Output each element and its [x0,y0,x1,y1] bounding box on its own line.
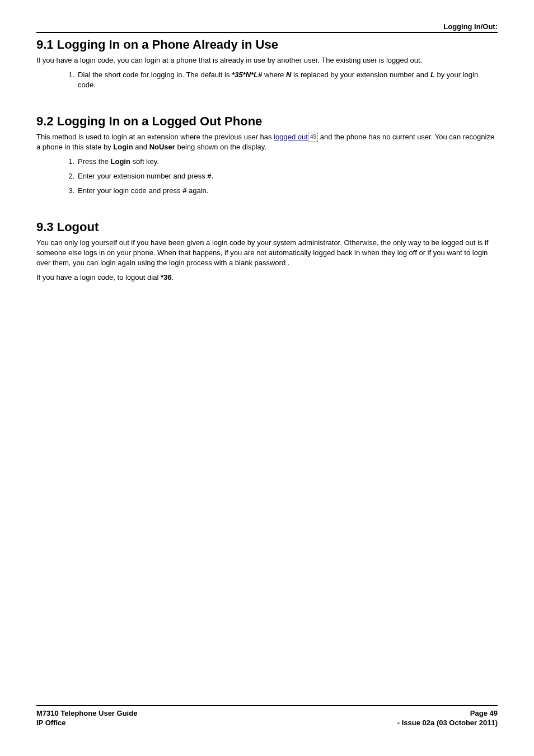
page-footer: M7310 Telephone User Guide Page 49 IP Of… [36,705,498,728]
section-9-3-para-1: You can only log yourself out if you hav… [36,238,498,269]
section-9-1-step-1: Dial the short code for logging in. The … [77,70,498,90]
text: Enter your extension number and press [78,172,207,180]
text: Dial the short code for logging in. The … [78,71,232,79]
header-breadcrumb: Logging In/Out: [36,22,498,33]
nouser-label: NoUser [149,143,175,151]
section-9-2-intro: This method is used to login at an exten… [36,132,498,152]
footer-title: M7310 Telephone User Guide [36,708,137,719]
code-emphasis: *35*N*L# [232,71,262,79]
heading-9-1: 9.1 Logging In on a Phone Already in Use [36,37,498,52]
text: where [262,71,286,79]
text: and [133,143,149,151]
var-n: N [286,71,291,79]
login-label: Login [113,143,133,151]
text: This method is used to login at an exten… [36,133,274,141]
login-key: Login [111,157,130,166]
footer-issue: - Issue 02a (03 October 2011) [397,718,498,728]
text: is replaced by your extension number and [291,71,430,79]
text: Press the [78,157,111,166]
page-ref-icon: 49 [308,133,318,142]
footer-page: Page 49 [470,708,498,719]
text: soft key. [130,157,159,166]
heading-9-3: 9.3 Logout [36,220,498,234]
text: . [171,273,174,281]
logout-code: *36 [161,273,172,281]
section-9-3-para-2: If you have a login code, to logout dial… [36,273,498,283]
text: Enter your login code and press [78,186,182,195]
text: If you have a login code, to logout dial [36,273,161,281]
footer-product: IP Office [36,718,66,728]
logged-out-link[interactable]: logged out [274,133,308,141]
section-9-2-step-3: Enter your login code and press # again. [77,186,498,196]
section-9-1-intro: If you have a login code, you can login … [36,55,498,65]
text: . [211,172,213,180]
section-9-2-step-2: Enter your extension number and press #. [77,171,498,181]
text: being shown on the display. [175,143,266,151]
heading-9-2: 9.2 Logging In on a Logged Out Phone [36,114,498,129]
section-9-2-step-1: Press the Login soft key. [77,157,498,167]
var-l: L [430,71,435,79]
text: again. [186,186,208,195]
